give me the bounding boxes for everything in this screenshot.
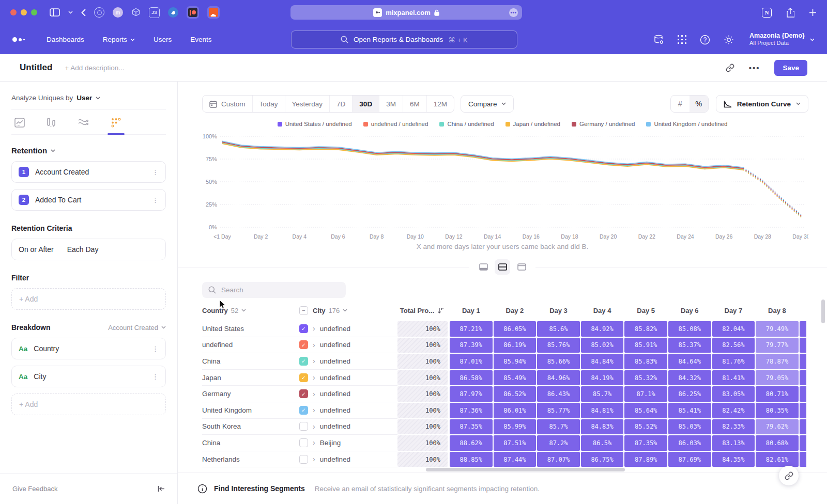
retention-cell[interactable]: 88.62% [450, 435, 493, 451]
retention-cell[interactable]: 85.99% [494, 419, 537, 435]
layout-table-icon[interactable] [514, 259, 529, 275]
layout-split-icon[interactable] [495, 259, 510, 275]
data-management-icon[interactable] [654, 35, 664, 45]
breakdown-country[interactable]: Aa Country ⋮ [11, 338, 166, 359]
retention-cell[interactable]: 86.58% [450, 370, 493, 386]
breakdown-city[interactable]: Aa City ⋮ [11, 366, 166, 387]
retention-cell[interactable]: 85.41% [668, 403, 711, 418]
retention-cell[interactable]: 80.71% [756, 386, 799, 402]
retention-cell[interactable]: 79.49% [756, 321, 799, 337]
back-button[interactable] [81, 9, 86, 17]
retention-cell[interactable]: 87.39% [450, 338, 493, 353]
tab-funnels[interactable] [47, 118, 56, 134]
retention-cell[interactable]: 85.6% [537, 321, 580, 337]
retention-cell[interactable]: 87.35% [624, 435, 667, 451]
retention-cell[interactable]: 85.7% [537, 419, 580, 435]
date-range-12m[interactable]: 12M [426, 96, 454, 112]
row-checkbox[interactable]: ✓ [299, 340, 308, 349]
nav-item-dashboards[interactable]: Dashboards [47, 36, 84, 43]
more-options-icon[interactable]: ••• [749, 64, 760, 72]
retention-cell[interactable]: 85.32% [624, 370, 667, 386]
cloud-extension-icon[interactable] [207, 6, 220, 19]
row-checkbox[interactable] [299, 422, 308, 431]
kebab-menu-icon[interactable]: ⋮ [152, 373, 159, 381]
retention-cell[interactable]: 80.68% [756, 435, 799, 451]
nav-item-users[interactable]: Users [154, 36, 172, 43]
retention-cell[interactable]: 79.05% [756, 370, 799, 386]
retention-cell[interactable]: 87.01% [450, 354, 493, 369]
retention-cell[interactable]: 86.05% [494, 321, 537, 337]
column-header-day-5[interactable]: Day 5 [624, 307, 668, 314]
retention-cell[interactable]: 87.21% [450, 321, 493, 337]
column-header-day-2[interactable]: Day 2 [493, 307, 537, 314]
expand-row-icon[interactable]: › [313, 390, 315, 398]
settings-gear-icon[interactable] [724, 35, 734, 45]
retention-cell[interactable]: 85.03% [668, 419, 711, 435]
retention-cell[interactable]: 84.84% [581, 354, 624, 369]
retention-cell[interactable]: 83.13% [712, 435, 755, 451]
nav-item-reports[interactable]: Reports [103, 36, 135, 43]
retention-cell[interactable]: 87.51% [494, 435, 537, 451]
expand-row-icon[interactable]: › [313, 422, 315, 431]
retention-cell[interactable]: 86.5% [581, 435, 624, 451]
address-bar[interactable]: mixpanel.com ••• [290, 5, 522, 20]
add-filter-button[interactable]: + Add [11, 288, 166, 310]
retention-cell[interactable]: 84.19% [581, 370, 624, 386]
notion-extension-icon[interactable]: N [762, 8, 772, 18]
retention-cell[interactable]: 84.92% [581, 321, 624, 337]
retention-cell[interactable]: 81.41% [712, 370, 755, 386]
minimize-window-button[interactable] [21, 9, 27, 15]
legend-item[interactable]: United Kingdom / undefined [646, 121, 727, 127]
report-title[interactable]: Untitled [20, 62, 52, 73]
expand-row-icon[interactable]: › [313, 406, 315, 414]
column-header-city[interactable]: –City176 [299, 306, 397, 315]
retention-cell[interactable]: 85.94% [494, 354, 537, 369]
window-controls[interactable] [10, 9, 37, 15]
sort-descending-icon[interactable] [437, 307, 444, 314]
legend-item[interactable]: Germany / undefined [572, 121, 635, 127]
row-checkbox[interactable]: ✓ [299, 389, 308, 398]
retention-cell[interactable]: 84.96% [537, 370, 580, 386]
ring-extension-icon[interactable] [94, 7, 104, 18]
expand-row-icon[interactable]: › [313, 324, 315, 333]
column-header-day-1[interactable]: Day 1 [449, 307, 493, 314]
retention-cell[interactable]: 86.52% [494, 386, 537, 402]
retention-cell[interactable]: 84.32% [668, 370, 711, 386]
expand-row-icon[interactable]: › [313, 357, 315, 365]
retention-cell[interactable]: 87.89% [624, 452, 667, 467]
add-breakdown-button[interactable]: + Add [11, 393, 166, 415]
retention-cell[interactable]: 85.83% [624, 354, 667, 369]
retention-cell[interactable]: 87.36% [450, 403, 493, 418]
absolute-values-toggle[interactable]: # [671, 96, 690, 112]
retention-cell[interactable]: 86.03% [668, 435, 711, 451]
expand-row-icon[interactable]: › [313, 438, 315, 447]
column-header-total[interactable]: Total Pro... [397, 307, 449, 314]
cube-extension-icon[interactable] [131, 8, 141, 17]
js-extension-icon[interactable]: JS [149, 7, 160, 18]
retention-cell[interactable]: 84.64% [668, 354, 711, 369]
criteria-on-or-after[interactable]: On or After [19, 245, 54, 254]
segments-title[interactable]: Find Interesting Segments [214, 484, 305, 493]
retention-cell[interactable]: 85.76% [537, 338, 580, 353]
retention-cell[interactable]: 85.37% [668, 338, 711, 353]
nav-item-events[interactable]: Events [190, 36, 211, 43]
share-icon[interactable] [786, 8, 794, 18]
compare-button[interactable]: Compare [461, 95, 514, 113]
retention-cell[interactable]: 85.66% [537, 354, 580, 369]
date-range-3m[interactable]: 3M [379, 96, 403, 112]
give-feedback-link[interactable]: Give Feedback [12, 485, 57, 493]
retention-cell[interactable]: 87.1% [624, 386, 667, 402]
column-header-day-3[interactable]: Day 3 [537, 307, 580, 314]
retention-cell[interactable]: 87.44% [494, 452, 537, 467]
expand-row-icon[interactable]: › [313, 341, 315, 349]
collapse-sidebar-icon[interactable] [158, 485, 165, 492]
legend-item[interactable]: Japan / undefined [506, 121, 560, 127]
retention-cell[interactable]: 84.35% [712, 452, 755, 467]
date-range-custom[interactable]: Custom [203, 96, 252, 112]
m-extension-icon[interactable]: m [113, 7, 123, 18]
kebab-menu-icon[interactable]: ⋮ [152, 168, 159, 176]
patreon-extension-icon[interactable] [187, 6, 199, 19]
retention-cell[interactable]: 81.76% [712, 354, 755, 369]
retention-cell[interactable]: 79.62% [756, 419, 799, 435]
criteria-each-day[interactable]: Each Day [67, 245, 99, 254]
